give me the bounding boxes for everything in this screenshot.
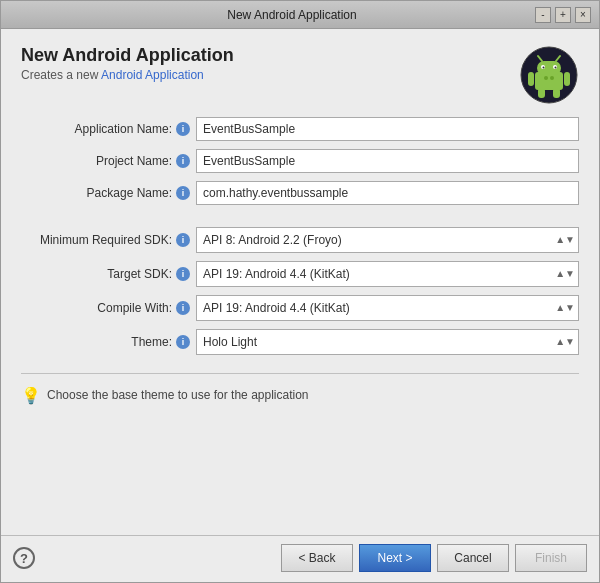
svg-rect-12	[553, 88, 560, 98]
package-name-input[interactable]	[196, 181, 579, 205]
compile-with-label: Compile With:	[21, 301, 176, 315]
window-controls: - + ×	[535, 7, 591, 23]
compile-with-select[interactable]: API 19: Android 4.4 (KitKat)	[196, 295, 579, 321]
bulb-icon: 💡	[21, 386, 39, 404]
maximize-button[interactable]: +	[555, 7, 571, 23]
svg-point-13	[544, 76, 548, 80]
min-sdk-info-icon[interactable]: i	[176, 233, 190, 247]
min-sdk-label: Minimum Required SDK:	[21, 233, 176, 247]
svg-rect-11	[538, 88, 545, 98]
page-title: New Android Application	[21, 45, 519, 66]
title-bar: New Android Application - + ×	[1, 1, 599, 29]
page-title-area: New Android Application Creates a new An…	[21, 45, 519, 82]
page-subtitle: Creates a new Android Application	[21, 68, 519, 82]
target-sdk-select-wrapper: API 14: Android 4.0 (ICS) API 19: Androi…	[196, 261, 579, 287]
compile-with-row: Compile With: i API 19: Android 4.4 (Kit…	[21, 295, 579, 321]
navigation-buttons: < Back Next > Cancel Finish	[281, 544, 587, 572]
window-title: New Android Application	[49, 8, 535, 22]
min-sdk-row: Minimum Required SDK: i API 8: Android 2…	[21, 227, 579, 253]
svg-point-6	[555, 67, 557, 69]
minimize-button[interactable]: -	[535, 7, 551, 23]
main-content: New Android Application Creates a new An…	[1, 29, 599, 535]
subtitle-prefix: Creates a new	[21, 68, 101, 82]
content-spacer	[21, 418, 579, 523]
form-area: Application Name: i Project Name: i Pack…	[21, 117, 579, 355]
min-sdk-select-wrapper: API 8: Android 2.2 (Froyo) API 10: Andro…	[196, 227, 579, 253]
project-name-label: Project Name:	[21, 154, 176, 168]
close-button[interactable]: ×	[575, 7, 591, 23]
next-button[interactable]: Next >	[359, 544, 431, 572]
hint-row: 💡 Choose the base theme to use for the a…	[21, 380, 579, 410]
svg-rect-9	[528, 72, 534, 86]
project-name-row: Project Name: i	[21, 149, 579, 173]
cancel-button[interactable]: Cancel	[437, 544, 509, 572]
theme-select-wrapper: Holo Light Holo Dark Holo Light with Dar…	[196, 329, 579, 355]
compile-with-info-icon[interactable]: i	[176, 301, 190, 315]
theme-row: Theme: i Holo Light Holo Dark Holo Light…	[21, 329, 579, 355]
package-name-row: Package Name: i	[21, 181, 579, 205]
min-sdk-select[interactable]: API 8: Android 2.2 (Froyo) API 10: Andro…	[196, 227, 579, 253]
hint-text: Choose the base theme to use for the app…	[47, 388, 309, 402]
application-name-label: Application Name:	[21, 122, 176, 136]
svg-rect-10	[564, 72, 570, 86]
help-button[interactable]: ?	[13, 547, 35, 569]
theme-select[interactable]: Holo Light Holo Dark Holo Light with Dar…	[196, 329, 579, 355]
android-logo	[519, 45, 579, 105]
target-sdk-label: Target SDK:	[21, 267, 176, 281]
subtitle-link[interactable]: Android Application	[101, 68, 204, 82]
project-name-input[interactable]	[196, 149, 579, 173]
svg-point-14	[550, 76, 554, 80]
theme-label: Theme:	[21, 335, 176, 349]
back-button[interactable]: < Back	[281, 544, 353, 572]
bottom-bar: ? < Back Next > Cancel Finish	[1, 535, 599, 582]
svg-point-5	[543, 67, 545, 69]
application-name-input[interactable]	[196, 117, 579, 141]
dialog-window: New Android Application - + × New Androi…	[0, 0, 600, 583]
page-header: New Android Application Creates a new An…	[21, 45, 579, 105]
target-sdk-info-icon[interactable]: i	[176, 267, 190, 281]
form-divider	[21, 373, 579, 374]
target-sdk-select[interactable]: API 14: Android 4.0 (ICS) API 19: Androi…	[196, 261, 579, 287]
package-name-info-icon[interactable]: i	[176, 186, 190, 200]
package-name-label: Package Name:	[21, 186, 176, 200]
target-sdk-row: Target SDK: i API 14: Android 4.0 (ICS) …	[21, 261, 579, 287]
project-name-info-icon[interactable]: i	[176, 154, 190, 168]
theme-info-icon[interactable]: i	[176, 335, 190, 349]
application-name-row: Application Name: i	[21, 117, 579, 141]
compile-with-select-wrapper: API 19: Android 4.4 (KitKat) ▲▼	[196, 295, 579, 321]
finish-button[interactable]: Finish	[515, 544, 587, 572]
svg-rect-2	[537, 61, 561, 75]
application-name-info-icon[interactable]: i	[176, 122, 190, 136]
